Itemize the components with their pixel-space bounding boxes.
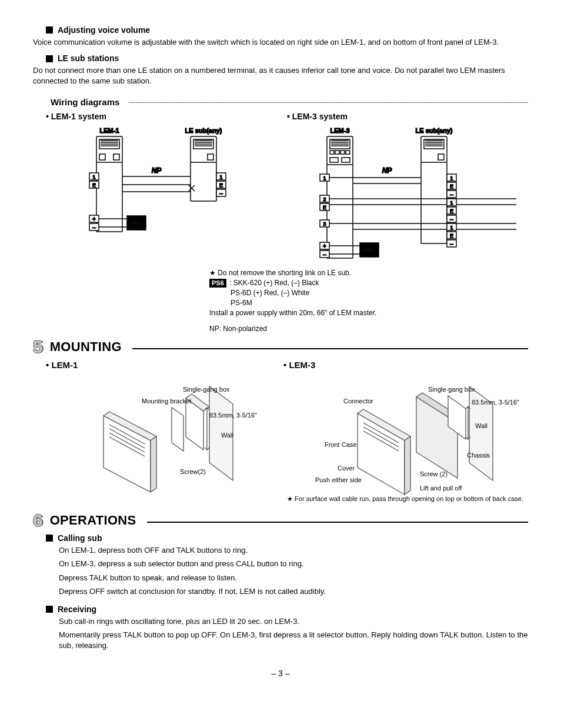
square-icon: [46, 26, 53, 34]
dotted-rule: [129, 102, 528, 103]
lbl-dim: 83.5mm, 3-5/16": [209, 411, 257, 420]
receiving-body: Sub call-in rings with oscillating tone,…: [46, 616, 528, 651]
svg-marker-91: [172, 408, 183, 451]
txt: Single-gang box: [183, 385, 218, 394]
section-title-mounting: MOUNTING: [50, 338, 122, 356]
lbl-wall: Wall: [475, 422, 487, 430]
lbl-ps6: PS6: [363, 247, 376, 254]
heading-le-sub: LE sub stations: [46, 53, 528, 64]
lem3-system-title: • LEM-3 system: [287, 111, 528, 122]
ps6-badge: PS6: [209, 279, 226, 288]
mount-lem1-fig: Single-gang box Mounting bracket 83.5mm,…: [33, 375, 269, 492]
lbl-1: 1: [450, 225, 453, 231]
lbl-single-gang: Single-gang box: [183, 385, 218, 394]
lbl-minus: –: [92, 224, 96, 231]
lbl-lem1: LEM-1: [100, 127, 119, 134]
mount-lem3-fig: Single-gang box Connector 83.5mm, 3-5/16…: [281, 375, 528, 492]
wiring-lem3-col: • LEM-3 system LEM-3 LE sub(any): [281, 109, 528, 267]
note-np: NP: Non-polarized: [209, 324, 528, 333]
receiving-block: Receiving Sub call-in rings with oscilla…: [33, 604, 528, 651]
square-icon: [46, 535, 53, 542]
lbl-screw2b: Screw (2): [420, 470, 448, 479]
heading-text: LE sub stations: [58, 53, 119, 64]
square-icon: [46, 606, 53, 613]
lbl-cover: Cover: [338, 464, 355, 473]
wiring-lem3-diagram: LEM-3 LE sub(any): [281, 126, 528, 267]
lbl-E: E: [323, 205, 326, 211]
mount-lem1: • LEM-1: [33, 357, 269, 492]
wiring-lem3-svg: LEM-3 LE sub(any): [281, 126, 528, 279]
lbl-screw2: Screw(2): [180, 467, 206, 476]
calling-l3: Depress TALK button to speak, and releas…: [59, 573, 528, 583]
lbl-lem3: LEM-3: [330, 127, 350, 134]
lbl-E: E: [92, 182, 96, 188]
page-number: – 3 –: [33, 668, 528, 679]
heading-calling: Calling sub: [46, 533, 528, 544]
receiving-l1: Sub call-in rings with oscillating tone,…: [59, 616, 528, 627]
lbl-3: 3: [323, 221, 326, 227]
mounting-row: • LEM-1: [33, 357, 528, 492]
body-adjusting: Voice communication volume is adjustable…: [33, 37, 528, 48]
lem1-system-title: • LEM-1 system: [46, 111, 266, 122]
lbl-1: 1: [450, 175, 453, 181]
note-ps6m: PS-6M: [209, 298, 528, 308]
section-rule: [147, 522, 528, 523]
svg-text:–: –: [450, 191, 453, 198]
svg-text:–: –: [450, 216, 453, 222]
section-operations-head: 6 OPERATIONS: [33, 512, 528, 529]
section-num-5: 5: [33, 338, 43, 356]
svg-marker-107: [405, 436, 410, 495]
wiring-area: • LEM-1 system LEM-1 LE sub(any): [33, 109, 528, 267]
lbl-1: 1: [450, 200, 453, 206]
lbl-2: 2: [323, 196, 326, 202]
lbl-connector: Connector: [343, 397, 373, 406]
section-le-sub: LE sub stations: [33, 53, 528, 64]
lbl-plus: +: [323, 243, 326, 249]
lbl-single-gang: Single-gang box: [428, 385, 475, 394]
section-adjusting: Adjusting voice volume: [33, 25, 528, 36]
wiring-lem1-diagram: LEM-1 LE sub(any): [33, 126, 266, 267]
section-num-6: 6: [33, 512, 43, 529]
heading-wiring: Wiring diagrams: [51, 96, 119, 108]
body-le-sub: Do not connect more than one LE station …: [33, 65, 528, 86]
lbl-dim: 83.5mm, 3-5/16": [472, 398, 519, 407]
mount-lem3-title: • LEM-3: [283, 359, 528, 371]
lbl-E: E: [450, 208, 453, 214]
lbl-np: NP: [382, 166, 393, 175]
lbl-E: E: [219, 182, 223, 188]
lbl-np: NP: [152, 166, 162, 175]
square-icon: [46, 55, 53, 62]
note-ps6line: : SKK-620 (+) Red, (–) Black: [229, 279, 319, 287]
receiving-l2: Momentarily press TALK button to pop up …: [59, 630, 528, 650]
calling-body: On LEM-1, depress both OFF and TALK butt…: [46, 545, 528, 597]
note-ps6d: PS-6D (+) Red, (–) White: [209, 288, 528, 298]
heading-receiving: Receiving: [46, 604, 528, 615]
lbl-chassis: Chassis: [467, 451, 490, 460]
lbl-ps6: PS6: [131, 220, 143, 227]
lbl-mounting-bracket: Mounting bracket: [142, 397, 177, 406]
lbl-E: E: [450, 183, 453, 189]
note-install: Install a power supply within 20m, 66" o…: [209, 308, 528, 318]
lbl-push-either: Push either side: [315, 476, 362, 485]
heading-text: Receiving: [58, 604, 96, 615]
calling-l2: On LEM-3, depress a sub selector button …: [59, 559, 528, 569]
section-title-operations: OPERATIONS: [50, 512, 136, 529]
lbl-1: 1: [92, 174, 95, 180]
calling-l1: On LEM-1, depress both OFF and TALK butt…: [59, 545, 528, 556]
lbl-1: 1: [323, 175, 326, 181]
lbl-plus: +: [92, 216, 96, 222]
mount-lem1-title: • LEM-1: [46, 359, 269, 371]
lbl-le-sub: LE sub(any): [416, 127, 453, 134]
svg-text:–: –: [450, 241, 453, 247]
wiring-lem1-svg: LEM-1 LE sub(any): [33, 126, 256, 267]
mount-lem3: • LEM-3: [281, 357, 528, 492]
heading-text: Calling sub: [58, 533, 102, 544]
document-page: Adjusting voice volume Voice communicati…: [0, 0, 561, 728]
lbl-minus: –: [323, 251, 326, 258]
wiring-lem1-col: • LEM-1 system LEM-1 LE sub(any): [33, 109, 266, 267]
lbl-lift-pull: Lift and pull off: [420, 484, 462, 493]
section-rule: [132, 348, 528, 349]
lbl-E: E: [450, 233, 453, 239]
svg-marker-95: [151, 436, 156, 492]
lbl-minus: –: [219, 190, 223, 196]
